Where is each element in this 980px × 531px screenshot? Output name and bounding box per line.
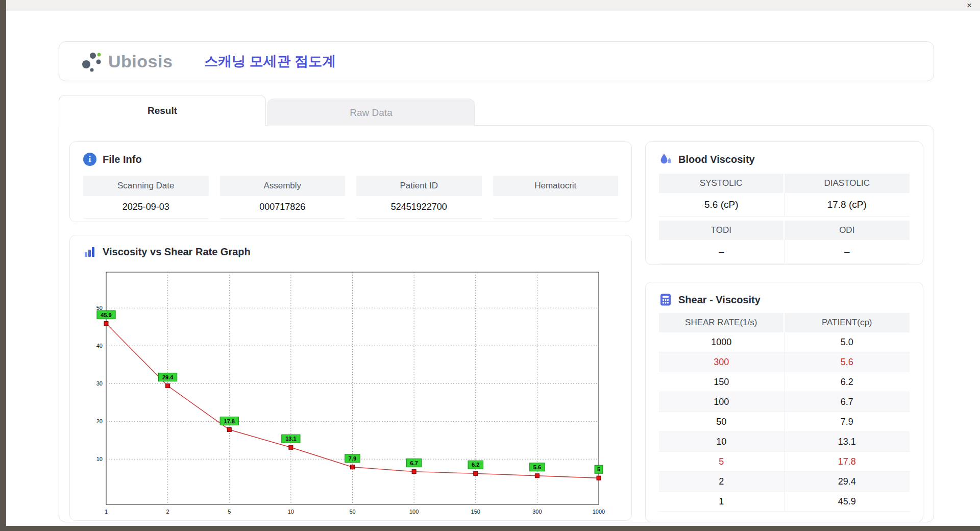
file-info-field: Assembly000717826 xyxy=(220,176,346,219)
svg-text:1: 1 xyxy=(105,509,108,515)
file-info-field: Scanning Date2025-09-03 xyxy=(83,176,209,219)
svg-text:17.8: 17.8 xyxy=(224,418,235,424)
patient-viscosity-cell: 6.2 xyxy=(785,372,910,392)
file-info-title: File Info xyxy=(103,154,142,165)
tab-raw-data[interactable]: Raw Data xyxy=(267,99,475,126)
titlebar: × xyxy=(6,0,980,11)
file-info-field-label: Patient ID xyxy=(356,176,482,196)
svg-text:30: 30 xyxy=(96,380,103,387)
svg-text:5: 5 xyxy=(228,509,231,515)
svg-text:10: 10 xyxy=(288,509,294,515)
svg-text:29.4: 29.4 xyxy=(162,374,174,380)
shear-viscosity-panel: Shear - Viscosity SHEAR RATE(1/s) PATIEN… xyxy=(645,282,923,522)
shear-table-row: 145.9 xyxy=(659,492,910,512)
app-window: × Ubiosis 스캐닝 모세관 점도계 ResultRaw Data i F… xyxy=(6,0,980,526)
shear-rate-cell: 2 xyxy=(659,472,785,491)
shear-rate-cell: 300 xyxy=(659,352,785,372)
svg-text:2: 2 xyxy=(166,509,169,515)
blood-viscosity-value-row: 5.6 (cP)17.8 (cP) xyxy=(659,193,910,216)
file-info-field-label: Hematocrit xyxy=(493,176,619,196)
file-info-panel: i File Info Scanning Date2025-09-03Assem… xyxy=(69,141,632,222)
blood-viscosity-header-cell: ODI xyxy=(785,221,910,240)
shear-viscosity-header: Shear - Viscosity xyxy=(659,293,910,307)
shear-viscosity-title: Shear - Viscosity xyxy=(678,294,761,306)
app-title: 스캐닝 모세관 점도계 xyxy=(204,52,336,70)
svg-text:40: 40 xyxy=(96,343,103,349)
tab-result[interactable]: Result xyxy=(59,95,266,126)
blood-viscosity-title: Blood Viscosity xyxy=(678,154,755,165)
file-info-field: Hematocrit xyxy=(493,176,619,219)
shear-rate-column-header: SHEAR RATE(1/s) xyxy=(659,313,785,332)
patient-viscosity-cell: 17.8 xyxy=(785,452,910,471)
blood-viscosity-header-cell: TODI xyxy=(659,221,785,240)
graph-panel: Viscosity vs Shear Rate Graph 1020304050… xyxy=(69,235,632,521)
shear-rate-cell: 100 xyxy=(659,392,785,412)
info-icon: i xyxy=(83,153,96,166)
header-card: Ubiosis 스캐닝 모세관 점도계 xyxy=(59,41,934,81)
svg-text:300: 300 xyxy=(532,509,542,515)
file-info-field-value xyxy=(493,196,619,219)
svg-text:5: 5 xyxy=(597,466,600,472)
file-info-field-value: 2025-09-03 xyxy=(83,196,209,219)
svg-text:100: 100 xyxy=(409,509,419,515)
svg-text:13.1: 13.1 xyxy=(285,436,296,442)
close-icon[interactable]: × xyxy=(967,1,972,11)
svg-text:6.2: 6.2 xyxy=(472,462,479,468)
blood-viscosity-panel: Blood Viscosity SYSTOLICDIASTOLIC5.6 (cP… xyxy=(645,141,923,265)
shear-table-row: 10005.0 xyxy=(659,332,910,352)
file-info-field-value: 000717826 xyxy=(220,196,346,219)
bar-chart-icon xyxy=(83,245,96,258)
blood-viscosity-header-row: SYSTOLICDIASTOLIC xyxy=(659,174,910,193)
patient-viscosity-cell: 45.9 xyxy=(785,492,910,511)
graph-title: Viscosity vs Shear Rate Graph xyxy=(103,246,251,258)
calculator-icon xyxy=(659,293,672,306)
shear-table-row: 507.9 xyxy=(659,412,910,432)
svg-text:45.9: 45.9 xyxy=(101,312,111,318)
patient-viscosity-cell: 7.9 xyxy=(785,412,910,431)
svg-text:150: 150 xyxy=(471,509,480,515)
file-info-field-label: Scanning Date xyxy=(83,176,209,196)
svg-text:7.9: 7.9 xyxy=(349,455,356,462)
blood-viscosity-value-cell: 5.6 (cP) xyxy=(659,193,785,216)
svg-text:6.7: 6.7 xyxy=(410,460,418,466)
blood-viscosity-value-row: –– xyxy=(659,240,910,263)
file-info-header: i File Info xyxy=(83,152,618,166)
svg-text:20: 20 xyxy=(96,418,103,424)
ubiosis-logo: Ubiosis xyxy=(81,50,173,73)
droplet-icon xyxy=(659,153,672,166)
tabs: ResultRaw Data xyxy=(59,95,475,126)
shear-table-row: 1013.1 xyxy=(659,432,910,452)
shear-rate-cell: 5 xyxy=(659,452,785,471)
blood-viscosity-header-cell: DIASTOLIC xyxy=(785,174,910,193)
shear-table-row: 1506.2 xyxy=(659,372,910,392)
blood-viscosity-value-cell: – xyxy=(659,240,785,263)
shear-rate-cell: 10 xyxy=(659,432,785,451)
blood-viscosity-header: Blood Viscosity xyxy=(659,152,910,166)
file-info-grid: Scanning Date2025-09-03Assembly000717826… xyxy=(83,176,618,219)
shear-rate-cell: 1000 xyxy=(659,332,785,352)
svg-text:10: 10 xyxy=(96,456,103,462)
svg-text:50: 50 xyxy=(349,509,355,515)
shear-table-row: 1006.7 xyxy=(659,392,910,412)
patient-viscosity-cell: 5.0 xyxy=(785,332,910,352)
patient-viscosity-cell: 29.4 xyxy=(785,472,910,491)
shear-rate-cell: 1 xyxy=(659,492,785,511)
svg-text:50: 50 xyxy=(96,305,103,311)
shear-rate-cell: 150 xyxy=(659,372,785,392)
svg-text:5.6: 5.6 xyxy=(533,464,541,470)
blood-viscosity-table: SYSTOLICDIASTOLIC5.6 (cP)17.8 (cP)TODIOD… xyxy=(659,174,910,263)
shear-table-row: 3005.6 xyxy=(659,352,910,372)
graph-header: Viscosity vs Shear Rate Graph xyxy=(83,245,618,259)
file-info-field-label: Assembly xyxy=(220,176,346,196)
blood-viscosity-header-row: TODIODI xyxy=(659,221,910,240)
patient-viscosity-cell: 6.7 xyxy=(785,392,910,412)
svg-text:1000: 1000 xyxy=(593,509,605,515)
viscosity-chart: 10203040501251050100150300100045.929.417… xyxy=(83,262,614,517)
patient-column-header: PATIENT(cp) xyxy=(785,313,910,332)
patient-viscosity-cell: 13.1 xyxy=(785,432,910,451)
file-info-field: Patient ID52451922700 xyxy=(356,176,482,219)
shear-table-row: 229.4 xyxy=(659,472,910,492)
blood-viscosity-value-cell: 17.8 (cP) xyxy=(785,193,910,216)
logo-text: Ubiosis xyxy=(108,52,173,71)
shear-table-header-row: SHEAR RATE(1/s) PATIENT(cp) xyxy=(659,313,910,332)
